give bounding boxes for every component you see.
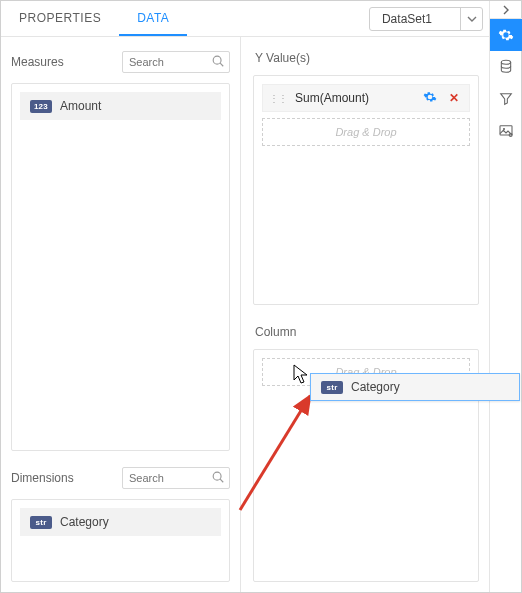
yvalues-title: Y Value(s) [253,45,479,75]
drag-chip-label: Category [351,380,400,394]
gear-icon [498,27,514,43]
yvalue-item[interactable]: ⋮⋮ Sum(Amount) ✕ [262,84,470,112]
chevron-right-icon [501,5,511,15]
expand-panel-button[interactable] [490,1,522,19]
search-icon [211,54,225,71]
column-title: Column [253,319,479,349]
yvalues-dropzone[interactable]: Drag & Drop [262,118,470,146]
dimensions-header: Dimensions [11,461,230,499]
chevron-down-icon[interactable] [460,8,482,30]
measures-search-wrap [122,51,230,73]
tab-data[interactable]: DATA [119,1,187,36]
svg-line-3 [220,479,223,482]
gear-icon[interactable] [423,90,437,107]
dimensions-search-wrap [122,467,230,489]
body: Measures 123 Amount Dimensions [1,37,489,592]
search-icon [211,470,225,487]
filter-rail-button[interactable] [490,83,522,115]
measures-header: Measures [11,45,230,83]
right-rail [489,1,521,592]
yvalues-panel: ⋮⋮ Sum(Amount) ✕ Drag & Drop [253,75,479,305]
spacer [253,305,479,319]
spacer [187,1,369,36]
dimensions-list: str Category [11,499,230,582]
measures-title: Measures [11,55,64,69]
main-panel: PROPERTIES DATA DataSet1 Measures [1,1,489,592]
string-badge-icon: str [30,516,52,529]
right-column: Y Value(s) ⋮⋮ Sum(Amount) ✕ Drag & Drop … [241,37,489,592]
string-badge-icon: str [321,381,343,394]
svg-line-1 [220,63,223,66]
svg-point-0 [213,56,221,64]
dataset-dropdown[interactable]: DataSet1 [369,7,483,31]
data-rail-button[interactable] [490,51,522,83]
drag-preview-chip: str Category [310,373,520,401]
drag-handle-icon[interactable]: ⋮⋮ [269,93,287,104]
tab-properties[interactable]: PROPERTIES [1,1,119,36]
settings-rail-button[interactable] [490,19,522,51]
dimensions-title: Dimensions [11,471,74,485]
measures-list: 123 Amount [11,83,230,451]
left-column: Measures 123 Amount Dimensions [1,37,241,592]
yvalue-label: Sum(Amount) [295,91,415,105]
tab-bar: PROPERTIES DATA [1,1,187,36]
image-rail-button[interactable] [490,115,522,147]
svg-point-4 [501,60,510,64]
top-bar: PROPERTIES DATA DataSet1 [1,1,489,37]
svg-point-2 [213,472,221,480]
measure-label: Amount [60,99,101,113]
cursor-icon [293,364,311,386]
measure-field[interactable]: 123 Amount [20,92,221,120]
dimension-field[interactable]: str Category [20,508,221,536]
numeric-badge-icon: 123 [30,100,52,113]
app-root: PROPERTIES DATA DataSet1 Measures [0,0,522,593]
filter-icon [498,91,514,107]
dataset-selected-label: DataSet1 [370,12,460,26]
dimension-label: Category [60,515,109,529]
close-icon[interactable]: ✕ [445,91,463,105]
image-icon [498,123,514,139]
database-icon [498,59,514,75]
